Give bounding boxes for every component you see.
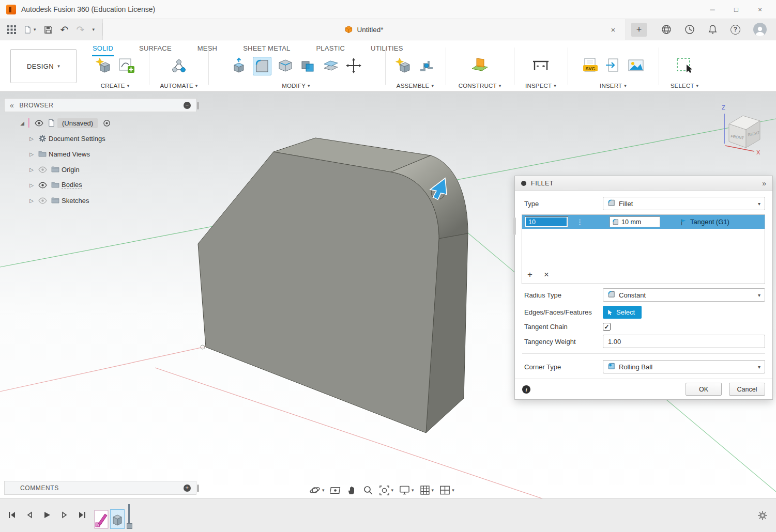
view-cube[interactable]: Z X FRONT RIGHT xyxy=(716,102,773,160)
undo-history-chevron-icon[interactable]: ▾ xyxy=(92,27,95,32)
extensions-globe-icon[interactable] xyxy=(661,24,672,35)
tree-item-label[interactable]: Bodies xyxy=(62,181,82,189)
orbit-tool[interactable]: ▾ xyxy=(309,484,325,496)
eye-icon[interactable] xyxy=(35,119,43,128)
select-tool-icon[interactable] xyxy=(675,56,694,76)
workspace-switcher[interactable]: DESIGN ▾ xyxy=(10,49,77,83)
combine-icon[interactable] xyxy=(299,57,317,76)
construct-menu[interactable]: CONSTRUCT▾ xyxy=(459,83,501,89)
look-at-tool[interactable] xyxy=(330,485,341,496)
close-tab-icon[interactable]: × xyxy=(608,24,618,35)
select-menu[interactable]: SELECT▾ xyxy=(671,83,699,89)
insert-menu[interactable]: INSERT▾ xyxy=(600,83,627,89)
timeline-position-marker[interactable] xyxy=(128,504,130,529)
close-window-button[interactable]: × xyxy=(748,1,772,18)
step-forward-button[interactable] xyxy=(60,510,69,522)
notifications-bell-icon[interactable] xyxy=(708,24,718,35)
root-document-label[interactable]: (Unsaved) xyxy=(57,118,98,128)
new-solid-icon[interactable] xyxy=(95,57,113,76)
row-overflow-icon[interactable]: ⋮ xyxy=(576,218,584,226)
expand-arrow-icon[interactable]: ▷ xyxy=(27,182,36,188)
timeline-extrude-feature[interactable] xyxy=(110,509,125,529)
step-back-button[interactable] xyxy=(25,510,34,522)
tree-item-label[interactable]: Named Views xyxy=(49,150,90,158)
tangency-weight-input[interactable]: 1.00 xyxy=(603,335,765,348)
add-selection-button[interactable]: + xyxy=(527,270,532,280)
browser-root-row[interactable]: ◢ (Unsaved) xyxy=(4,115,196,131)
expanded-arrow-icon[interactable]: ◢ xyxy=(18,120,27,126)
dialog-drag-handle[interactable] xyxy=(513,217,516,235)
play-button[interactable] xyxy=(42,510,52,522)
panel-drag-handle[interactable] xyxy=(197,484,199,492)
expand-arrow-icon[interactable]: ▷ xyxy=(27,167,36,173)
browser-header[interactable]: « BROWSER − xyxy=(4,98,196,112)
fit-view-tool[interactable]: ▾ xyxy=(379,485,394,496)
measure-icon[interactable] xyxy=(531,57,550,76)
insert-svg-icon[interactable]: SVG xyxy=(582,57,599,76)
tree-item-label[interactable]: Document Settings xyxy=(49,135,105,143)
add-comment-icon[interactable]: + xyxy=(184,484,191,492)
collapse-panel-icon[interactable]: « xyxy=(10,101,14,109)
radius-field[interactable]: 10 mm xyxy=(610,216,660,227)
type-dropdown[interactable]: Fillet ▾ xyxy=(603,197,765,210)
info-icon[interactable]: i xyxy=(522,385,530,394)
fillet-selection-row[interactable]: 10 ⋮ 10 mm Tangent (G1) xyxy=(522,215,765,229)
create-sketch-icon[interactable] xyxy=(118,57,135,76)
assemble-menu[interactable]: ASSEMBLE▾ xyxy=(397,83,434,89)
tree-item-sketches[interactable]: ▷ Sketches xyxy=(4,193,196,208)
comments-header[interactable]: COMMENTS + xyxy=(4,481,196,495)
expand-dialog-icon[interactable]: » xyxy=(762,179,766,187)
tree-item-named-views[interactable]: ▷ Named Views xyxy=(4,146,196,162)
fillet-selection-table[interactable]: 10 ⋮ 10 mm Tangent (G1) + × xyxy=(522,214,765,284)
modify-menu[interactable]: MODIFY▾ xyxy=(282,83,310,89)
timeline-settings-gear-icon[interactable] xyxy=(757,510,768,523)
tree-item-bodies[interactable]: ▷ Bodies xyxy=(4,177,196,193)
fillet-dialog-header[interactable]: FILLET » xyxy=(515,176,772,191)
collapse-all-icon[interactable]: − xyxy=(184,102,191,109)
inspect-menu[interactable]: INSPECT▾ xyxy=(525,83,556,89)
expand-arrow-icon[interactable]: ▷ xyxy=(27,151,36,157)
timeline-sketch-feature[interactable] xyxy=(94,508,109,529)
undo-button[interactable]: ↶ xyxy=(60,24,69,36)
document-tab[interactable]: Untitled* × xyxy=(102,19,626,40)
canvas-image-icon[interactable] xyxy=(627,57,645,76)
file-menu-button[interactable]: ▾ xyxy=(24,25,36,34)
job-status-clock-icon[interactable] xyxy=(684,24,695,35)
tree-item-label[interactable]: Origin xyxy=(62,166,80,174)
fillet-tool-active[interactable] xyxy=(253,57,271,75)
new-component-icon[interactable] xyxy=(395,57,413,76)
tangent-chain-checkbox[interactable]: ✓ xyxy=(603,323,611,331)
tree-item-origin[interactable]: ▷ Origin xyxy=(4,162,196,177)
corner-type-dropdown[interactable]: Rolling Ball ▾ xyxy=(603,360,765,373)
radius-type-dropdown[interactable]: Constant ▾ xyxy=(603,288,765,302)
automate-menu[interactable]: AUTOMATE▾ xyxy=(160,83,197,89)
joint-icon[interactable] xyxy=(418,57,435,76)
remove-selection-button[interactable]: × xyxy=(544,270,549,280)
eye-off-icon[interactable] xyxy=(38,196,47,205)
new-tab-button[interactable]: + xyxy=(631,23,647,37)
user-avatar[interactable] xyxy=(753,23,767,36)
move-copy-icon[interactable] xyxy=(345,57,362,76)
select-edges-button[interactable]: Select xyxy=(603,306,642,319)
save-button[interactable] xyxy=(44,25,53,34)
display-settings-tool[interactable]: ▾ xyxy=(399,485,414,495)
shell-icon[interactable] xyxy=(277,57,294,76)
go-to-start-button[interactable] xyxy=(7,510,17,522)
redo-button[interactable]: ↷ xyxy=(76,24,84,36)
offset-face-icon[interactable] xyxy=(322,57,340,76)
eye-off-icon[interactable] xyxy=(38,165,47,174)
pan-tool[interactable] xyxy=(347,485,357,495)
panel-drag-handle[interactable] xyxy=(197,102,199,109)
automate-icon[interactable] xyxy=(170,57,188,76)
maximize-button[interactable]: □ xyxy=(724,1,748,18)
edges-count-field[interactable]: 10 xyxy=(525,216,568,227)
tree-item-document-settings[interactable]: ▷ Document Settings xyxy=(4,131,196,146)
continuity-dropdown[interactable]: Tangent (G1) xyxy=(680,218,729,226)
create-menu[interactable]: CREATE▾ xyxy=(101,83,130,89)
insert-derive-icon[interactable] xyxy=(604,57,622,76)
viewports-tool[interactable]: ▾ xyxy=(439,485,454,495)
go-to-end-button[interactable] xyxy=(78,510,87,522)
app-grid-icon[interactable] xyxy=(7,25,16,34)
ok-button[interactable]: OK xyxy=(686,383,722,396)
construction-plane-icon[interactable] xyxy=(470,57,489,76)
